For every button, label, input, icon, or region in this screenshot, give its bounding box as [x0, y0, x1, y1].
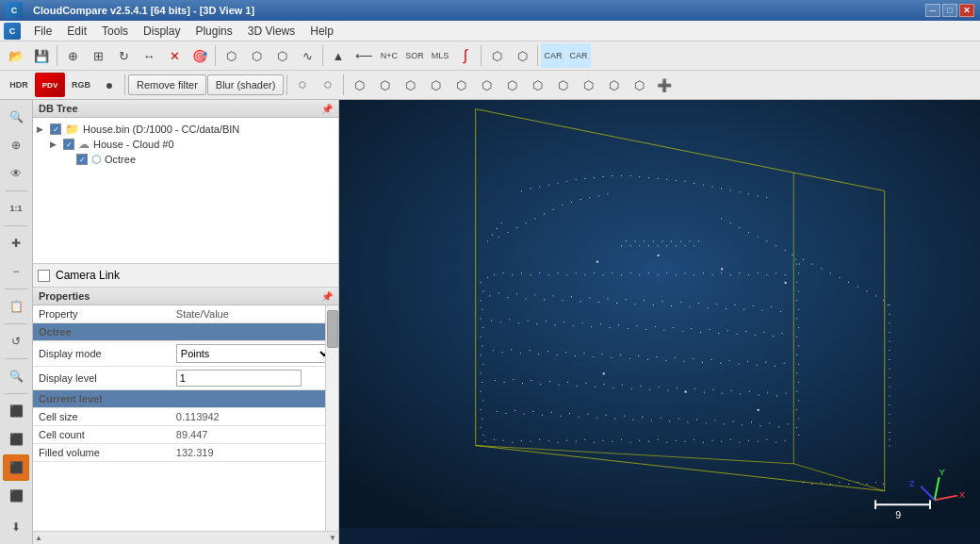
left-separator-3 — [5, 288, 27, 289]
display-level-spinbox[interactable] — [176, 370, 302, 387]
left-cube2-button[interactable]: ⬛ — [3, 426, 29, 453]
left-cube1-button[interactable]: ⬛ — [3, 398, 29, 424]
remove-filter-button[interactable]: Remove filter — [128, 74, 206, 95]
maximize-button[interactable]: □ — [942, 4, 957, 17]
view-btn11[interactable]: ⬡ — [601, 73, 626, 97]
svg-rect-226 — [575, 355, 576, 356]
cloud-tool5[interactable]: MLS — [428, 43, 452, 68]
menu-file[interactable]: File — [26, 23, 59, 40]
scroll-up-arrow[interactable]: ▲ — [35, 534, 42, 542]
cloud-tool1[interactable]: ▲ — [326, 43, 351, 68]
svg-rect-329 — [798, 382, 799, 383]
mesh-tool4[interactable]: ∿ — [295, 43, 319, 68]
target[interactable]: 🎯 — [188, 43, 212, 68]
view-btn13[interactable]: ➕ — [652, 73, 677, 97]
view-btn8[interactable]: ⬡ — [525, 73, 549, 97]
svg-rect-309 — [733, 420, 734, 421]
open-button[interactable]: 📂 — [4, 43, 28, 68]
view-bottom[interactable]: ⬡ — [316, 73, 340, 97]
blur-shader-button[interactable]: Blur (shader) — [207, 74, 285, 95]
svg-rect-79 — [685, 181, 686, 182]
rgb-button[interactable]: RGB — [66, 73, 96, 97]
menu-plugins[interactable]: Plugins — [188, 23, 239, 40]
minimize-button[interactable]: ─ — [925, 4, 940, 17]
view-btn12[interactable]: ⬡ — [627, 73, 651, 97]
svg-rect-200 — [636, 325, 637, 326]
view-btn9[interactable]: ⬡ — [550, 73, 575, 97]
hdr-button[interactable]: HDR — [4, 73, 34, 97]
view-btn4[interactable]: ⬡ — [423, 73, 448, 97]
translate[interactable]: ↔ — [137, 43, 161, 68]
save-button[interactable]: 💾 — [29, 43, 54, 68]
left-rotate-left-button[interactable]: ↺ — [3, 328, 29, 354]
svg-rect-392 — [596, 261, 598, 263]
viewport-3d[interactable]: 9 X Y Z — [339, 100, 980, 544]
plugin-tool1[interactable]: CAR — [541, 43, 565, 68]
svg-rect-389 — [689, 241, 690, 242]
view-btn7[interactable]: ⬡ — [499, 73, 524, 97]
algo-tool1[interactable]: ⬡ — [484, 43, 509, 68]
menu-help[interactable]: Help — [302, 23, 341, 40]
properties-scrollbar[interactable] — [325, 305, 338, 531]
view-btn2[interactable]: ⬡ — [372, 73, 397, 97]
tree-expand-cloud[interactable]: ▶ — [50, 140, 59, 149]
algo-tool2[interactable]: ⬡ — [510, 43, 534, 68]
svg-rect-374 — [621, 245, 622, 246]
sphere-button[interactable]: ● — [97, 73, 122, 97]
scroll-down-arrow[interactable]: ▼ — [329, 534, 336, 542]
left-down-button[interactable]: ⬇ — [3, 514, 29, 540]
tree-checkbox-root[interactable]: ✓ — [50, 124, 61, 135]
cloud-tool2[interactable]: ⟵ — [351, 43, 376, 68]
view-btn6[interactable]: ⬡ — [474, 73, 498, 97]
zoom-selection[interactable]: ⊞ — [86, 43, 110, 68]
camera-link-checkbox[interactable] — [38, 270, 50, 282]
menu-edit[interactable]: Edit — [59, 23, 94, 40]
menu-display[interactable]: Display — [136, 23, 188, 40]
rotate[interactable]: ↻ — [111, 43, 136, 68]
svg-rect-143 — [721, 272, 722, 273]
left-eye-button[interactable]: 👁 — [3, 160, 29, 187]
view-btn10[interactable]: ⬡ — [576, 73, 600, 97]
db-tree-pin-icon[interactable]: 📌 — [321, 104, 333, 114]
svg-rect-312 — [760, 425, 761, 426]
tree-item-octree[interactable]: ✓ ⬡ Octree — [63, 152, 335, 167]
properties-pin-icon[interactable]: 📌 — [321, 291, 333, 302]
mesh-tool1[interactable]: ⬡ — [219, 43, 243, 68]
display-mode-select[interactable]: Points Wireframe Solid — [176, 344, 333, 363]
plugin-tool2[interactable]: CAR — [566, 43, 591, 68]
view-btn5[interactable]: ⬡ — [449, 73, 473, 97]
left-orange-cube-button[interactable]: ⬛ — [3, 454, 29, 481]
cloud-tool6[interactable]: ∫ — [453, 43, 478, 68]
left-plus-button[interactable]: ✚ — [3, 230, 29, 256]
view-btn1[interactable]: ⬡ — [347, 73, 371, 97]
left-zoom-button[interactable]: 🔍 — [3, 104, 29, 130]
properties-scrollbar-thumb[interactable] — [327, 310, 338, 348]
svg-rect-349 — [890, 322, 890, 323]
tree-item-root[interactable]: ▶ ✓ 📁 House.bin (D:/1000 - CC/data/BIN — [37, 122, 335, 137]
close-button[interactable]: ✕ — [959, 4, 974, 17]
left-crosshair-button[interactable]: ⊕ — [3, 132, 29, 158]
delete[interactable]: ✕ — [162, 43, 187, 68]
tree-item-cloud[interactable]: ▶ ✓ ☁ House - Cloud #0 — [50, 137, 335, 152]
svg-rect-264 — [622, 385, 623, 386]
left-separator-5 — [5, 358, 27, 359]
svg-rect-328 — [796, 372, 797, 373]
left-ratio-button[interactable]: 1:1 — [3, 195, 29, 222]
mesh-tool2[interactable]: ⬡ — [244, 43, 269, 68]
left-blue-cube-button[interactable]: ⬛ — [3, 483, 29, 509]
menu-3dviews[interactable]: 3D Views — [240, 23, 302, 40]
left-clipboard-button[interactable]: 📋 — [3, 293, 29, 320]
global-zoom[interactable]: ⊕ — [60, 43, 85, 68]
pdv-button[interactable]: PDV — [35, 73, 65, 97]
left-search-button[interactable]: 🔍 — [3, 363, 29, 389]
tree-checkbox-octree[interactable]: ✓ — [76, 154, 88, 165]
view-top[interactable]: ⬡ — [290, 73, 315, 97]
view-btn3[interactable]: ⬡ — [398, 73, 422, 97]
tree-expand-root[interactable]: ▶ — [37, 124, 46, 134]
cloud-tool4[interactable]: SOR — [402, 43, 427, 68]
cloud-tool3[interactable]: N+C — [377, 43, 401, 68]
left-minus-button[interactable]: − — [3, 258, 29, 285]
tree-checkbox-cloud[interactable]: ✓ — [63, 139, 74, 150]
menu-tools[interactable]: Tools — [94, 23, 136, 40]
mesh-tool3[interactable]: ⬡ — [270, 43, 294, 68]
